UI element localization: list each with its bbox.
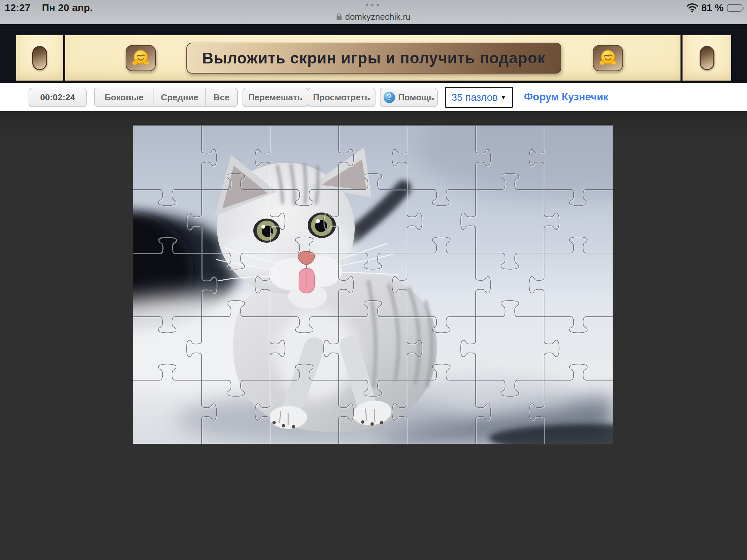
content-area: [0, 111, 747, 560]
pieces-count-select[interactable]: 35 пазлов ▼: [445, 87, 513, 108]
banner-right-pill-icon: [700, 46, 715, 70]
battery-nub: [743, 7, 744, 10]
url-text: domkyznechik.ru: [345, 12, 410, 22]
wifi-icon: [687, 3, 698, 12]
chevron-down-icon: ▼: [500, 94, 507, 101]
help-button[interactable]: ? Помощь: [380, 88, 438, 107]
page-menu-ellipsis-icon[interactable]: •••: [0, 0, 747, 10]
puzzle-board[interactable]: [133, 125, 613, 444]
preview-button[interactable]: Просмотреть: [308, 88, 376, 107]
hugging-face-icon: [131, 48, 151, 68]
banner-main-cell: Выложить скрин игры и получить подарок: [65, 35, 680, 81]
hug-emoji-icon-right: [593, 45, 623, 71]
battery-icon: [727, 4, 742, 12]
screen: 12:27 Пн 20 апр. ••• domkyznechik.ru 81 …: [0, 0, 747, 560]
filter-middle-pieces-button[interactable]: Средние: [154, 88, 206, 106]
game-toolbar: 00:02:24 Боковые Средние Все Перемешать …: [0, 83, 747, 111]
kitten-photo-illustration: [133, 126, 613, 444]
header-band: Выложить скрин игры и получить подарок: [0, 24, 747, 83]
lock-icon: [336, 13, 342, 21]
help-icon: ?: [384, 92, 395, 103]
help-label: Помощь: [398, 92, 434, 103]
timer-display: 00:02:24: [29, 88, 87, 107]
shuffle-button[interactable]: Перемешать: [242, 88, 308, 107]
banner-title-plate[interactable]: Выложить скрин игры и получить подарок: [186, 43, 561, 74]
filter-all-pieces-button[interactable]: Все: [205, 88, 237, 106]
hug-emoji-icon: [126, 45, 156, 71]
promo-banner: Выложить скрин игры и получить подарок: [16, 35, 731, 81]
banner-left-cell: [16, 35, 63, 81]
status-indicators: 81 %: [687, 2, 742, 14]
piece-filter-group: Боковые Средние Все: [94, 88, 238, 107]
banner-title: Выложить скрин игры и получить подарок: [202, 49, 545, 67]
status-bar: 12:27 Пн 20 апр. ••• domkyznechik.ru 81 …: [0, 0, 747, 24]
hugging-face-icon: [598, 48, 618, 68]
filter-side-pieces-button[interactable]: Боковые: [95, 88, 154, 106]
url-pill[interactable]: domkyznechik.ru: [0, 11, 747, 23]
banner-left-pill-icon: [32, 46, 47, 70]
banner-right-cell: [682, 35, 731, 81]
forum-link[interactable]: Форум Кузнечик: [524, 83, 608, 111]
battery-percent: 81 %: [701, 2, 723, 14]
pieces-count-value: 35 пазлов: [452, 92, 498, 103]
